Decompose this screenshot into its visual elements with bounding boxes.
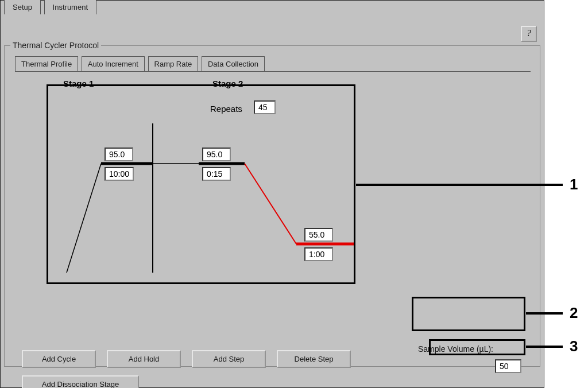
stage1-time-input[interactable]: 10:00 (105, 167, 134, 181)
svg-line-1 (67, 164, 101, 273)
annotation-3: 3 (570, 337, 578, 355)
leader-3 (526, 346, 563, 348)
leader-1 (356, 184, 563, 186)
stage2a-temp-input[interactable]: 95.0 (202, 148, 231, 161)
help-button[interactable]: ? (521, 26, 537, 42)
tab-data-collection[interactable]: Data Collection (202, 56, 265, 71)
tab-thermal-profile[interactable]: Thermal Profile (15, 56, 78, 71)
thermal-cycler-group: Thermal Cycler Protocol Thermal Profile … (4, 45, 540, 367)
annotation-2: 2 (570, 304, 578, 322)
sample-volume-group: Sample Volume (µL): 50 (418, 344, 527, 375)
thermal-profile-area[interactable]: Stage 1 Stage 2 Repeats 45 95.0 10:00 95… (15, 71, 531, 289)
instrument-panel: Setup Instrument ? Thermal Cycler Protoc… (0, 0, 544, 388)
stage2a-time-input[interactable]: 0:15 (202, 167, 231, 181)
tab-instrument[interactable]: Instrument (44, 0, 96, 14)
tab-ramp-rate[interactable]: Ramp Rate (148, 56, 199, 71)
leader-2 (526, 312, 563, 315)
sub-tabs: Thermal Profile Auto Increment Ramp Rate… (15, 56, 266, 71)
add-hold-button[interactable]: Add Hold (107, 350, 181, 368)
tab-auto-increment[interactable]: Auto Increment (82, 56, 145, 71)
stage1-temp-input[interactable]: 95.0 (105, 148, 133, 161)
svg-line-5 (245, 164, 296, 244)
sample-volume-input[interactable]: 50 (495, 359, 521, 373)
sample-volume-label: Sample Volume (µL): (418, 344, 493, 354)
add-dissociation-stage-button[interactable]: Add Dissociation Stage (22, 375, 139, 388)
annotation-1: 1 (570, 176, 578, 193)
add-cycle-button[interactable]: Add Cycle (22, 350, 96, 368)
stage2-label: Stage 2 (212, 79, 243, 88)
repeats-label: Repeats (210, 104, 242, 114)
top-tabs: Setup Instrument (4, 0, 98, 14)
repeats-input[interactable]: 45 (254, 100, 276, 114)
stage2b-temp-input[interactable]: 55.0 (304, 228, 333, 242)
tab-setup[interactable]: Setup (4, 0, 41, 14)
stage2b-time-input[interactable]: 1:00 (304, 247, 333, 261)
delete-step-button[interactable]: Delete Step (277, 350, 351, 368)
add-step-button[interactable]: Add Step (192, 350, 266, 368)
stage1-label: Stage 1 (63, 79, 94, 88)
group-title: Thermal Cycler Protocol (10, 41, 101, 50)
